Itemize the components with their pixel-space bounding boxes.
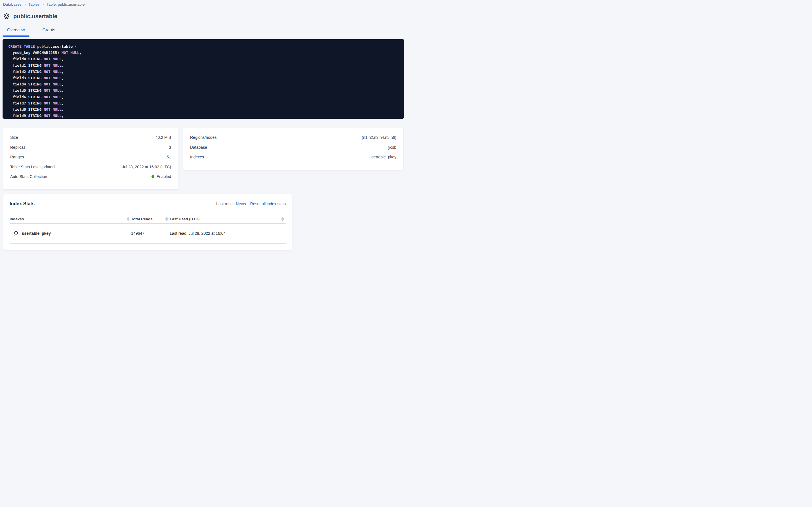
column-header-last-used[interactable]: Last Used (UTC)	[170, 217, 286, 221]
column-header-indexes[interactable]: Indexes	[10, 217, 131, 221]
stat-label: Replicas	[10, 145, 25, 150]
last-used-cell: Last read: Jul 28, 2022 at 16:04	[170, 231, 286, 236]
stat-label: Database	[190, 145, 207, 150]
stat-row-regions: Regions/nodes (n1,n2,n3,n4,n5,n6)	[190, 132, 396, 143]
sort-arrows-icon[interactable]	[282, 217, 284, 221]
breadcrumb: Databases › Tables › Table: public.usert…	[0, 0, 406, 6]
table-meta-card: Regions/nodes (n1,n2,n3,n4,n5,n6) Databa…	[183, 127, 403, 170]
column-header-total-reads[interactable]: Total Reads	[131, 217, 170, 221]
stat-label: Indexes	[190, 155, 204, 159]
stats-cards-row: Size 40.2 MiB Replicas 3 Ranges 51 Table…	[3, 127, 403, 190]
index-stats-actions: Last reset: Never Reset all index stats	[216, 202, 286, 207]
stat-row-database: Database ycsb	[190, 143, 396, 153]
stat-value: Jul 28, 2022 at 16:02 (UTC)	[122, 165, 171, 169]
total-reads-cell: 149647	[131, 231, 170, 236]
stat-label: Regions/nodes	[190, 135, 216, 140]
stat-value: 40.2 MiB	[155, 135, 171, 140]
stat-row-auto-stats: Auto Stats Collection Enabled	[10, 172, 171, 182]
stat-label: Size	[10, 135, 18, 140]
status-badge: Enabled	[151, 174, 171, 179]
stat-label: Ranges	[10, 155, 24, 159]
table-row[interactable]: usertable_pkey 149647 Last read: Jul 28,…	[10, 224, 286, 243]
stat-row-replicas: Replicas 3	[10, 143, 171, 153]
stat-row-stats-updated: Table Stats Last Updated Jul 28, 2022 at…	[10, 162, 171, 172]
index-stats-header: Index Stats Last reset: Never Reset all …	[10, 201, 286, 207]
breadcrumb-link-databases[interactable]: Databases	[3, 2, 21, 6]
tab-bar: Overview Grants	[3, 25, 404, 36]
index-stats-table: Indexes Total Reads Last Used (UTC)	[10, 215, 286, 243]
stat-label: Auto Stats Collection	[10, 174, 47, 179]
index-name: usertable_pkey	[22, 231, 51, 236]
tab-overview[interactable]: Overview	[3, 25, 29, 36]
stack-icon	[3, 13, 10, 19]
chevron-right-icon: ›	[24, 2, 26, 6]
stat-value: ycsb	[388, 145, 396, 150]
tab-grants[interactable]: Grants	[38, 25, 60, 36]
stat-value: 3	[169, 145, 171, 150]
table-stats-card: Size 40.2 MiB Replicas 3 Ranges 51 Table…	[3, 127, 178, 190]
index-stats-title: Index Stats	[10, 201, 35, 206]
page-title: public.usertable	[13, 13, 57, 19]
status-text: Enabled	[157, 174, 171, 179]
stat-label: Table Stats Last Updated	[10, 165, 55, 169]
magnifier-icon	[14, 231, 19, 236]
table-header-row: Indexes Total Reads Last Used (UTC)	[10, 215, 286, 224]
index-stats-card: Index Stats Last reset: Never Reset all …	[3, 194, 292, 250]
green-dot-icon	[151, 175, 154, 178]
sort-arrows-icon[interactable]	[166, 217, 168, 221]
create-table-sql[interactable]: CREATE TABLE public.usertable ( ycsb_key…	[3, 39, 404, 119]
page-title-row: public.usertable	[3, 13, 406, 19]
column-label: Last Used (UTC)	[170, 217, 199, 221]
column-label: Total Reads	[131, 217, 152, 221]
last-reset-label[interactable]: Last reset: Never	[216, 202, 247, 207]
stat-value: 51	[167, 155, 171, 159]
reset-index-stats-link[interactable]: Reset all index stats	[250, 202, 286, 206]
breadcrumb-link-tables[interactable]: Tables	[28, 2, 40, 6]
sort-arrows-icon[interactable]	[127, 217, 129, 221]
column-label: Indexes	[10, 217, 24, 221]
stat-row-size: Size 40.2 MiB	[10, 132, 171, 143]
stat-value: (n1,n2,n3,n4,n5,n6)	[362, 135, 396, 140]
stat-value: usertable_pkey	[369, 155, 396, 159]
chevron-right-icon: ›	[42, 2, 44, 6]
stat-row-indexes: Indexes usertable_pkey	[190, 152, 396, 162]
index-name-cell[interactable]: usertable_pkey	[10, 231, 131, 236]
breadcrumb-current: Table: public.usertable	[47, 2, 84, 6]
stat-row-ranges: Ranges 51	[10, 152, 171, 162]
